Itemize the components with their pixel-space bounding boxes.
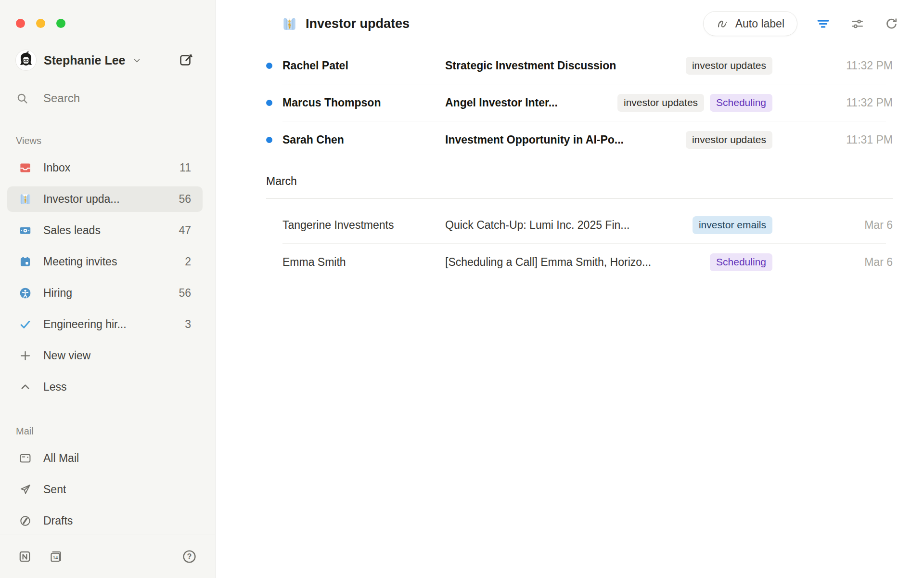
view-options-button[interactable] (850, 16, 865, 31)
email-sender: Emma Smith (282, 256, 445, 269)
email-sender: Rachel Patel (282, 59, 445, 72)
person-circle-icon (19, 287, 32, 300)
tag-pill: investor updates (686, 131, 772, 148)
email-time: Mar 6 (772, 219, 893, 232)
email-row[interactable]: Sarah ChenInvestment Opportunity in AI-P… (266, 121, 893, 158)
sidebar-item-label: Meeting invites (43, 255, 117, 268)
profile-menu[interactable]: Stephanie Lee (16, 48, 205, 73)
email-time: Mar 6 (772, 256, 893, 269)
sidebar-item-meeting-invites[interactable]: Meeting invites2 (7, 249, 203, 275)
email-subject: Strategic Investment Discussion (445, 59, 616, 72)
chevron-down-icon (131, 55, 142, 66)
calendar-app-icon[interactable]: 14 (49, 549, 64, 564)
necktie-icon (282, 16, 297, 32)
sidebar-item-less[interactable]: Less (7, 374, 203, 400)
unread-dot (266, 100, 272, 106)
sidebar-item-list: All MailSentDrafts (0, 446, 215, 534)
sidebar-item-sent[interactable]: Sent (7, 477, 203, 502)
email-sender: Sarah Chen (282, 133, 445, 146)
email-row[interactable]: Rachel PatelStrategic Investment Discuss… (266, 47, 893, 84)
unread-dot (266, 63, 272, 69)
necktie-icon (19, 193, 32, 206)
sidebar-item-sales-leads[interactable]: Sales leads47 (7, 218, 203, 243)
mail-icon (19, 452, 32, 465)
item-count-badge: 2 (185, 255, 191, 268)
compose-icon[interactable] (179, 53, 194, 68)
email-subject: Quick Catch-Up: Lumi Inc. 2025 Fin... (445, 219, 630, 232)
sidebar-item-hiring[interactable]: Hiring56 (7, 280, 203, 306)
sidebar-item-label: Sales leads (43, 224, 101, 237)
sidebar-item-engineering-hir[interactable]: Engineering hir...3 (7, 312, 203, 337)
sidebar-item-label: Engineering hir... (43, 318, 127, 331)
app-window: Stephanie Lee Search ViewsInbox11Investo… (0, 0, 924, 578)
sidebar-item-label: Inbox (43, 161, 70, 174)
email-subject: [Scheduling a Call] Emma Smith, Horizo..… (445, 256, 651, 269)
minimize-button[interactable] (36, 19, 45, 28)
tag-pill: Scheduling (710, 253, 772, 271)
email-row[interactable]: Tangerine InvestmentsQuick Catch-Up: Lum… (266, 207, 893, 244)
sidebar-item-label: New view (43, 349, 90, 362)
email-subject: Investment Opportunity in AI-Po... (445, 133, 624, 146)
money-icon (19, 224, 32, 237)
auto-label-button[interactable]: Auto label (703, 11, 797, 36)
unread-indicator-column (266, 63, 282, 69)
sidebar-item-label: All Mail (43, 452, 79, 465)
inbox-icon (19, 161, 32, 174)
group-divider (266, 198, 893, 199)
email-tags: investor updates (676, 131, 772, 148)
sidebar-item-label: Less (43, 381, 67, 394)
sidebar-footer: 14 ? (0, 535, 215, 578)
unread-dot (266, 137, 272, 143)
filter-icon (816, 16, 831, 31)
sidebar-item-drafts[interactable]: Drafts (7, 508, 203, 534)
footer-apps: 14 (17, 549, 64, 564)
avatar-illustration (16, 50, 36, 70)
svg-text:?: ? (187, 552, 192, 561)
notion-logo-icon[interactable] (17, 549, 32, 564)
email-list: Rachel PatelStrategic Investment Discuss… (216, 47, 924, 578)
email-tags: Scheduling (700, 253, 772, 271)
sidebar-item-label: Drafts (43, 514, 73, 527)
sidebar-item-all-mail[interactable]: All Mail (7, 446, 203, 471)
filter-button[interactable] (816, 16, 831, 31)
toolbar (816, 16, 899, 31)
sidebar-item-investor-upda[interactable]: Investor upda...56 (7, 186, 203, 212)
section-label-views: Views (16, 135, 215, 146)
unread-indicator-column (266, 100, 282, 106)
sidebar-item-label: Hiring (43, 287, 72, 300)
draft-icon (19, 514, 32, 527)
email-row[interactable]: Emma Smith[Scheduling a Call] Emma Smith… (266, 244, 893, 281)
help-icon[interactable]: ? (182, 549, 197, 564)
item-count-badge: 3 (185, 318, 191, 331)
email-tags: investor updatesScheduling (608, 94, 772, 111)
header-actions: Auto label (703, 11, 899, 36)
item-count-badge: 56 (179, 193, 191, 206)
item-count-badge: 56 (179, 287, 191, 300)
email-time: 11:32 PM (772, 96, 893, 109)
tag-pill: investor updates (617, 94, 704, 111)
tag-pill: investor updates (686, 57, 772, 74)
refresh-button[interactable] (884, 16, 899, 31)
zoom-button[interactable] (56, 19, 65, 28)
email-subject: Angel Investor Inter... (445, 96, 558, 109)
email-time: 11:31 PM (772, 133, 893, 146)
group-heading: March (266, 175, 893, 188)
sidebar-sections: ViewsInbox11Investor upda...56Sales lead… (0, 135, 215, 534)
auto-label-icon (716, 17, 729, 30)
close-button[interactable] (16, 19, 25, 28)
email-tags: investor emails (683, 216, 772, 234)
sidebar: Stephanie Lee Search ViewsInbox11Investo… (0, 0, 216, 578)
search-input[interactable]: Search (16, 87, 205, 109)
email-sender: Tangerine Investments (282, 219, 445, 232)
sidebar-item-inbox[interactable]: Inbox11 (7, 155, 203, 181)
section-label-mail: Mail (16, 426, 215, 437)
item-count-badge: 47 (179, 224, 191, 237)
sidebar-item-new-view[interactable]: New view (7, 343, 203, 368)
chevron-up-icon (19, 381, 32, 394)
sidebar-item-label: Sent (43, 483, 66, 496)
email-row[interactable]: Marcus ThompsonAngel Investor Inter...in… (266, 84, 893, 121)
profile-name: Stephanie Lee (44, 53, 126, 67)
page-title: Investor updates (306, 16, 410, 31)
calendar-blue-icon (19, 255, 32, 268)
email-tags: investor updates (676, 57, 772, 74)
